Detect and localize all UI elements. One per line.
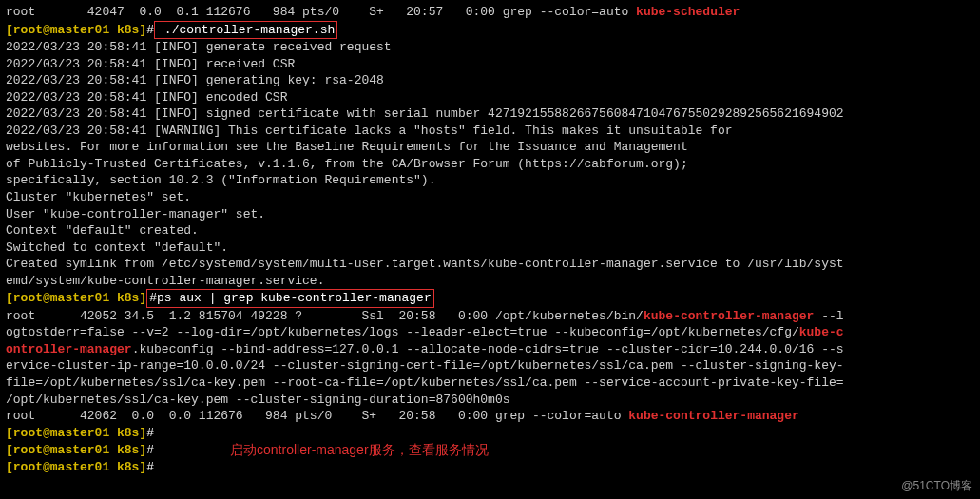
command-text: ps aux | grep kube-controller-manager <box>157 291 432 305</box>
prompt-hash: # <box>149 291 157 305</box>
prompt-line-2[interactable]: [root@master01 k8s]#ps aux | grep kube-c… <box>6 289 974 308</box>
log-line: 2022/03/23 20:58:41 [INFO] generate rece… <box>6 39 974 56</box>
command-highlight-2: #ps aux | grep kube-controller-manager <box>146 289 433 308</box>
annotation-text: 启动controller-manager服务，查看服务情况 <box>230 441 489 459</box>
prompt-user-host: [root@master01 k8s] <box>6 22 146 39</box>
log-line: 2022/03/23 20:58:41 [INFO] signed certif… <box>6 106 974 123</box>
watermark: @51CTO博客 <box>901 478 972 493</box>
log-line: specifically, section 10.2.3 ("Informati… <box>6 172 974 189</box>
log-line: emd/system/kube-controller-manager.servi… <box>6 273 974 290</box>
log-line: 2022/03/23 20:58:41 [INFO] received CSR <box>6 56 974 73</box>
log-line: 2022/03/23 20:58:41 [INFO] encoded CSR <box>6 89 974 106</box>
prompt-line-1[interactable]: [root@master01 k8s]# ./controller-manage… <box>6 21 974 40</box>
prompt-hash: # <box>146 22 154 39</box>
log-line: Context "default" created. <box>6 222 974 240</box>
log-line: 2022/03/23 20:58:41 [WARNING] This certi… <box>6 123 974 140</box>
terminal-output: root 42047 0.0 0.1 112676 984 pts/0 S+ 2… <box>6 4 974 476</box>
prompt-empty-2[interactable]: [root@master01 k8s]#启动controller-manager… <box>6 441 974 459</box>
log-line: User "kube-controller-manager" set. <box>6 206 974 223</box>
log-line: Switched to context "default". <box>6 240 974 257</box>
partial-top-line: root 42047 0.0 0.1 112676 984 pts/0 S+ 2… <box>6 4 974 21</box>
prompt-empty-1[interactable]: [root@master01 k8s]# <box>6 425 974 442</box>
command-highlight-1: ./controller-manager.sh <box>154 21 337 40</box>
prompt-empty-3[interactable]: [root@master01 k8s]# <box>6 459 974 476</box>
log-line: 2022/03/23 20:58:41 [INFO] generating ke… <box>6 72 974 89</box>
log-line: websites. For more information see the B… <box>6 139 974 156</box>
ps-output-1: root 42052 34.5 1.2 815704 49228 ? Ssl 2… <box>6 308 974 408</box>
log-line: Cluster "kubernetes" set. <box>6 189 974 206</box>
log-line: of Publicly-Trusted Certificates, v.1.1.… <box>6 156 974 173</box>
prompt-user-host: [root@master01 k8s] <box>6 290 146 307</box>
ps-output-2: root 42062 0.0 0.0 112676 984 pts/0 S+ 2… <box>6 408 974 425</box>
command-text: ./controller-manager.sh <box>157 23 335 37</box>
log-line: Created symlink from /etc/systemd/system… <box>6 256 974 273</box>
